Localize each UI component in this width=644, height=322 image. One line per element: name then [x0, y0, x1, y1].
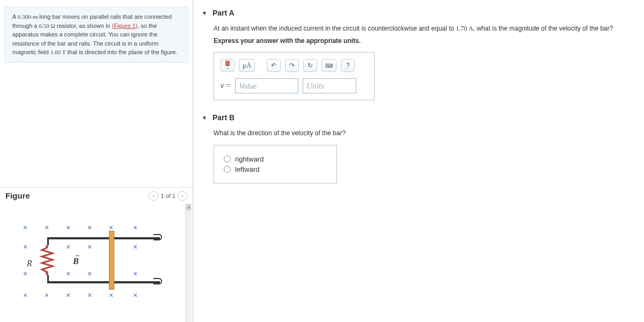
- figure-title: Figure: [5, 191, 30, 200]
- figure-body: ▴ ×××××× ××××× ××××× ×××××× R B→: [0, 204, 193, 323]
- figure-diagram: ×××××× ××××× ××××× ×××××× R B→: [10, 219, 160, 305]
- part-b-prompt: What is the direction of the velocity of…: [214, 128, 635, 138]
- help-button[interactable]: ?: [341, 59, 355, 72]
- pager-next-button[interactable]: ›: [178, 191, 187, 201]
- part-a-subprompt: Express your answer with the appropriate…: [214, 37, 635, 45]
- part-b-header[interactable]: ▼ Part B: [202, 110, 635, 125]
- figure-scrollbar[interactable]: ▴: [185, 204, 192, 323]
- problem-statement: A 0.300-m-long bar moves on parallel rai…: [4, 6, 188, 63]
- part-a-title: Part A: [213, 9, 235, 17]
- mc-option-leftward[interactable]: leftward: [224, 165, 327, 173]
- part-a-prompt: At an instant when the induced current i…: [214, 24, 635, 34]
- reset-button[interactable]: ↻: [303, 59, 317, 72]
- caret-down-icon: ▼: [202, 115, 207, 121]
- resistor-label: R: [27, 259, 32, 268]
- mc-option-label: leftward: [235, 165, 260, 173]
- pager-prev-button[interactable]: ‹: [149, 191, 158, 201]
- keyboard-button[interactable]: ⌨: [321, 59, 336, 72]
- units-input[interactable]: Units: [303, 78, 356, 93]
- left-column: A 0.300-m-long bar moves on parallel rai…: [0, 0, 193, 322]
- answer-box-a: ▪▪ μÅ ↶ ↷ ↻ ⌨ ? v = Value Units: [214, 52, 375, 100]
- moving-bar-icon: [109, 231, 114, 290]
- radio-icon: [224, 166, 231, 173]
- part-a: ▼ Part A At an instant when the induced …: [202, 5, 635, 100]
- right-column: ▼ Part A At an instant when the induced …: [193, 0, 644, 322]
- figure-header: Figure ‹ 1 of 1 ›: [0, 187, 193, 204]
- figure-pager: ‹ 1 of 1 ›: [149, 191, 187, 201]
- value-input[interactable]: Value: [235, 78, 298, 93]
- part-a-header[interactable]: ▼ Part A: [202, 5, 635, 20]
- fraction-button[interactable]: ▪▪: [221, 59, 235, 72]
- figure-link[interactable]: (Figure 1): [112, 23, 138, 29]
- b-field-label: B→: [73, 257, 79, 266]
- part-b: ▼ Part B What is the direction of the ve…: [202, 110, 635, 184]
- radio-icon: [224, 156, 231, 163]
- undo-button[interactable]: ↶: [267, 59, 281, 72]
- caret-down-icon: ▼: [202, 10, 207, 16]
- resistor-icon: [39, 245, 55, 275]
- part-b-title: Part B: [213, 113, 235, 122]
- mc-option-rightward[interactable]: rightward: [224, 155, 327, 163]
- redo-button[interactable]: ↷: [285, 59, 299, 72]
- answer-toolbar: ▪▪ μÅ ↶ ↷ ↻ ⌨ ?: [221, 59, 368, 72]
- mc-box: rightward leftward: [214, 145, 337, 184]
- mc-option-label: rightward: [235, 155, 264, 163]
- pager-count: 1 of 1: [160, 193, 175, 199]
- variable-label: v =: [221, 82, 231, 90]
- units-button[interactable]: μÅ: [239, 59, 255, 72]
